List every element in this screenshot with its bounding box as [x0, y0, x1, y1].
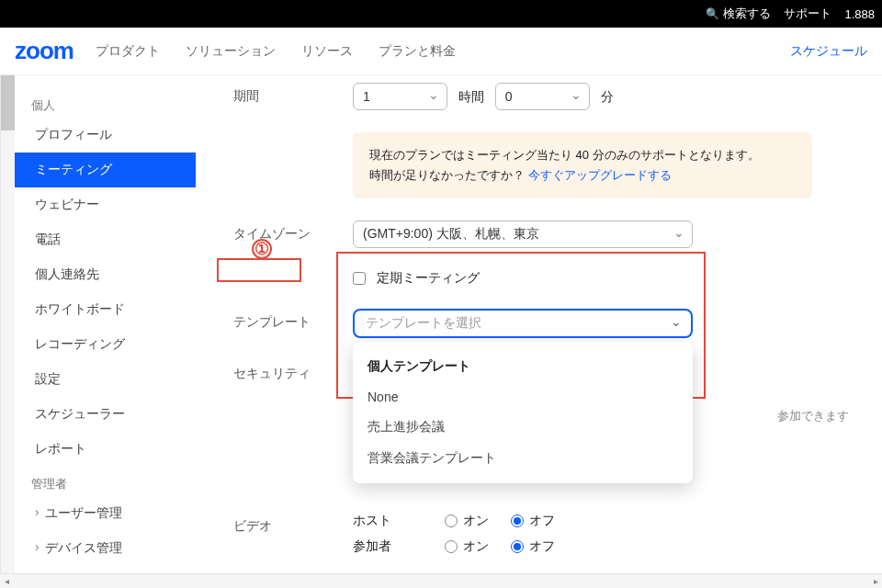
nav-products[interactable]: プロダクト: [96, 43, 160, 60]
support-link[interactable]: サポート: [784, 6, 831, 22]
participant-off-label: オフ: [529, 538, 555, 555]
horizontal-scrollbar[interactable]: ◂ ▸: [0, 573, 882, 588]
annotation-box-label: [217, 258, 301, 282]
participant-on-radio[interactable]: [445, 540, 458, 553]
banner-line1: 現在のプランではミーティング当たり 40 分のみのサポートとなります。: [369, 145, 796, 165]
video-participant-label: 参加者: [353, 538, 445, 555]
template-option-sales-progress[interactable]: 売上進捗会議: [353, 412, 693, 443]
sidebar-item-whiteboard[interactable]: ホワイトボード: [15, 292, 196, 327]
scroll-thumb[interactable]: [1, 75, 15, 130]
host-on-label: オン: [463, 513, 489, 529]
sidebar-item-meeting[interactable]: ミーティング: [15, 153, 196, 187]
template-dropdown-header: 個人テンプレート: [353, 351, 693, 382]
timezone-select[interactable]: (GMT+9:00) 大阪、札幌、東京: [353, 220, 693, 248]
scroll-left-icon[interactable]: ◂: [0, 576, 13, 586]
nav-schedule[interactable]: スケジュール: [790, 43, 867, 60]
security-label: セキュリティ: [233, 360, 353, 382]
duration-minutes-select[interactable]: 0: [495, 83, 590, 110]
phone-number: 1.888: [844, 7, 875, 21]
hours-suffix: 時間: [458, 89, 484, 104]
sidebar-admin-users[interactable]: ユーザー管理: [15, 496, 196, 531]
main-nav: zoom プロダクト ソリューション リソース プランと料金 スケジュール: [0, 28, 882, 75]
sidebar-item-report[interactable]: レポート: [15, 432, 196, 467]
video-label: ビデオ: [233, 513, 353, 535]
nav-plans[interactable]: プランと料金: [379, 43, 456, 60]
sidebar: 個人 プロフィール ミーティング ウェビナー 電話 個人連絡先 ホワイトボード …: [15, 75, 197, 588]
sidebar-item-profile[interactable]: プロフィール: [15, 118, 196, 153]
duration-hours-select[interactable]: 1: [353, 83, 447, 110]
host-off-radio[interactable]: [511, 514, 524, 527]
security-note: 参加できます: [777, 408, 849, 424]
template-placeholder: テンプレートを選択: [366, 315, 481, 332]
video-host-label: ホスト: [353, 513, 445, 529]
nav-resources[interactable]: リソース: [301, 43, 353, 60]
template-select[interactable]: テンプレートを選択: [353, 309, 693, 338]
sidebar-item-scheduler[interactable]: スケジューラー: [15, 397, 196, 432]
sidebar-item-phone[interactable]: 電話: [15, 222, 196, 257]
banner-line2-prefix: 時間が足りなかったですか？: [369, 168, 525, 182]
upgrade-link[interactable]: 今すぐアップグレードする: [528, 168, 672, 182]
upgrade-banner: 現在のプランではミーティング当たり 40 分のみのサポートとなります。 時間が足…: [353, 132, 812, 198]
search-link[interactable]: 検索する: [706, 6, 771, 22]
duration-label: 期間: [233, 83, 353, 105]
sidebar-item-settings[interactable]: 設定: [15, 362, 196, 397]
nav-solutions[interactable]: ソリューション: [186, 43, 276, 60]
template-option-sales-meeting[interactable]: 営業会議テンプレート: [353, 443, 693, 474]
timezone-label: タイムゾーン: [233, 220, 353, 243]
annotation-marker-1: ①: [252, 239, 272, 259]
sidebar-section-personal: 個人: [15, 94, 196, 118]
participant-on-label: オン: [463, 538, 489, 555]
sidebar-section-admin: 管理者: [15, 472, 196, 496]
zoom-logo[interactable]: zoom: [15, 37, 74, 65]
main-content: 期間 1 時間 0 分 現在のプランではミーティング当たり 40 分のみのサポー…: [197, 75, 882, 588]
host-on-radio[interactable]: [445, 514, 458, 527]
minutes-suffix: 分: [601, 89, 614, 104]
sidebar-item-recording[interactable]: レコーディング: [15, 327, 196, 362]
sidebar-scrollbar[interactable]: ▴ ▾: [0, 75, 15, 588]
sidebar-admin-devices[interactable]: デバイス管理: [15, 531, 196, 566]
utility-top-bar: 検索する サポート 1.888: [0, 0, 882, 28]
sidebar-item-contacts[interactable]: 個人連絡先: [15, 257, 196, 292]
sidebar-item-webinar[interactable]: ウェビナー: [15, 187, 196, 222]
participant-off-radio[interactable]: [511, 540, 524, 553]
host-off-label: オフ: [529, 513, 555, 529]
template-dropdown: 個人テンプレート None 売上進捗会議 営業会議テンプレート: [353, 342, 693, 483]
scroll-right-icon[interactable]: ▸: [869, 576, 882, 586]
template-label: テンプレート: [233, 309, 353, 331]
template-option-none[interactable]: None: [353, 382, 693, 412]
